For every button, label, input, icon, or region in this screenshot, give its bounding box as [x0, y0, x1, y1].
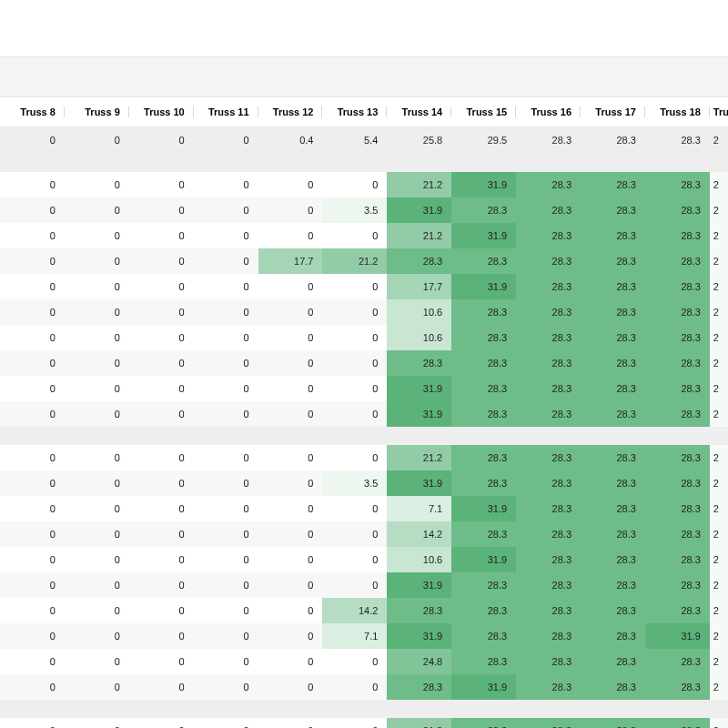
data-cell: 0: [129, 376, 194, 401]
data-cell: 0: [194, 598, 258, 623]
data-cell: 28.3: [516, 325, 581, 350]
data-cell: 28.3: [516, 623, 581, 649]
data-cell: 0: [194, 718, 258, 728]
data-cell: 28.3: [516, 572, 581, 598]
data-cell: 28.3: [516, 470, 581, 496]
data-cell: 0: [258, 547, 323, 572]
data-cell: 28.3: [581, 445, 645, 470]
data-cell: 28.3: [645, 325, 710, 350]
column-header[interactable]: Truss 12: [258, 97, 323, 126]
data-cell: 2: [710, 470, 728, 496]
column-header[interactable]: Truss 16: [516, 97, 581, 126]
data-cell: 0: [194, 572, 258, 598]
data-cell: 0: [129, 674, 194, 700]
data-cell: 28.3: [451, 299, 516, 325]
data-cell: 0: [322, 572, 387, 598]
data-cell: 2: [710, 623, 728, 649]
row-group: 00000021.228.328.328.328.32000003.531.92…: [0, 445, 728, 700]
data-cell: 28.3: [451, 649, 516, 674]
data-cell: 14.2: [322, 598, 387, 623]
data-cell: 28.3: [451, 572, 516, 598]
data-cell: 0: [65, 376, 129, 401]
summary-cell: 2: [710, 126, 728, 154]
column-header[interactable]: Truss 17: [581, 97, 645, 126]
data-cell: 0: [0, 376, 65, 401]
data-cell: 2: [710, 223, 728, 248]
data-cell: 0: [194, 325, 258, 350]
data-cell: 28.3: [516, 376, 581, 401]
column-header[interactable]: Truss 14: [387, 97, 451, 126]
data-cell: 28.3: [645, 223, 710, 248]
data-cell: 0: [322, 496, 387, 521]
summary-cell: 0: [194, 126, 258, 154]
column-header[interactable]: Truss 18: [645, 97, 710, 126]
data-cell: 0: [65, 445, 129, 470]
data-cell: 28.3: [581, 325, 645, 350]
table-row: 000017.721.228.328.328.328.328.32: [0, 248, 728, 274]
data-cell: 24.8: [387, 649, 451, 674]
data-cell: 28.3: [581, 496, 645, 521]
column-header[interactable]: Truss 10: [129, 97, 194, 126]
data-cell: 0: [322, 718, 387, 728]
data-cell: 28.3: [581, 248, 645, 274]
data-cell: 0: [65, 598, 129, 623]
data-cell: 28.3: [451, 248, 516, 274]
data-cell: 0: [194, 248, 258, 274]
data-cell: 21.2: [387, 445, 451, 470]
table-row: 00000028.328.328.328.328.32: [0, 350, 728, 376]
data-cell: 0: [0, 572, 65, 598]
data-cell: 2: [710, 274, 728, 299]
data-cell: 0: [0, 248, 65, 274]
table-row: 0000014.228.328.328.328.328.32: [0, 598, 728, 623]
data-cell: 0: [258, 223, 323, 248]
data-cell: 28.3: [581, 649, 645, 674]
data-cell: 0: [129, 496, 194, 521]
data-cell: 2: [710, 521, 728, 547]
column-header[interactable]: Truss 8: [0, 97, 65, 126]
data-cell: 0: [258, 401, 323, 427]
data-cell: 0: [258, 299, 323, 325]
data-cell: 28.3: [581, 223, 645, 248]
data-cell: 28.3: [581, 521, 645, 547]
data-cell: 21.2: [387, 172, 451, 197]
data-cell: 28.3: [451, 718, 516, 728]
data-cell: 28.3: [516, 496, 581, 521]
data-cell: 17.7: [258, 248, 323, 274]
data-cell: 17.7: [387, 274, 451, 299]
column-header[interactable]: Truss 13: [322, 97, 387, 126]
data-cell: 31.9: [387, 623, 451, 649]
table-row: 000007.131.928.328.328.331.92: [0, 623, 728, 649]
table-row: 00000014.228.328.328.328.32: [0, 521, 728, 547]
data-cell: 28.3: [645, 401, 710, 427]
column-header[interactable]: Truss 15: [451, 97, 516, 126]
column-header[interactable]: Truss 11: [194, 97, 258, 126]
data-cell: 2: [710, 572, 728, 598]
data-cell: 0: [65, 325, 129, 350]
data-cell: 0: [194, 521, 258, 547]
data-cell: 31.9: [451, 674, 516, 700]
data-cell: 2: [710, 445, 728, 470]
data-cell: 0: [0, 445, 65, 470]
data-cell: 28.3: [387, 350, 451, 376]
column-header[interactable]: Truss 9: [65, 97, 129, 126]
data-cell: 28.3: [451, 445, 516, 470]
data-cell: 0: [0, 172, 65, 197]
data-cell: 0: [129, 223, 194, 248]
summary-cell: 29.5: [451, 126, 516, 154]
data-cell: 0: [258, 496, 323, 521]
data-cell: 0: [129, 572, 194, 598]
group-gap: [0, 154, 728, 172]
data-cell: 0: [129, 401, 194, 427]
data-cell: 28.3: [645, 376, 710, 401]
table-row: 00000021.231.928.328.328.32: [0, 223, 728, 248]
data-cell: 2: [710, 325, 728, 350]
data-cell: 28.3: [451, 401, 516, 427]
data-cell: 28.3: [387, 248, 451, 274]
data-cell: 10.6: [387, 299, 451, 325]
data-cell: 0: [194, 496, 258, 521]
data-cell: 31.9: [387, 401, 451, 427]
data-cell: 0: [65, 572, 129, 598]
data-cell: 2: [710, 248, 728, 274]
column-header[interactable]: Truss: [710, 97, 728, 126]
data-cell: 0: [65, 649, 129, 674]
